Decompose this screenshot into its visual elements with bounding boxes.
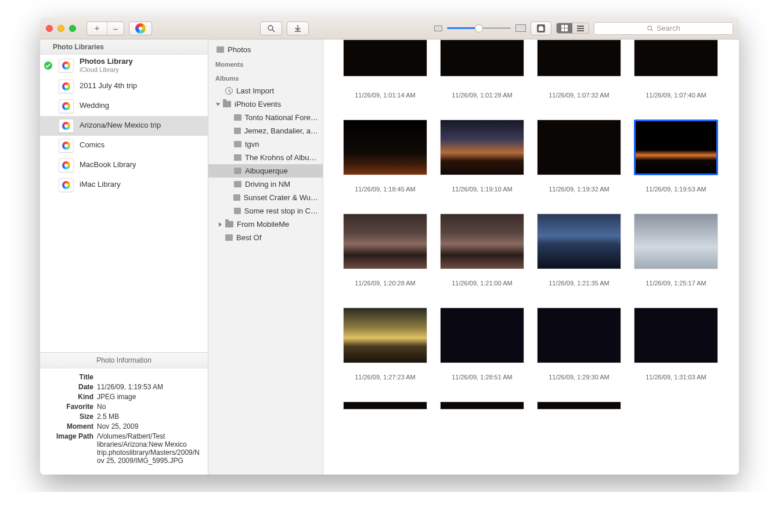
- library-button[interactable]: [129, 21, 152, 35]
- library-row[interactable]: Wedding: [40, 96, 208, 116]
- photo-info-panel: Photo Information TitleDate11/26/09, 1:1…: [40, 352, 208, 475]
- library-text: iMac Library: [80, 180, 121, 189]
- grid-view-button[interactable]: [557, 23, 572, 33]
- thumbnail-cell[interactable]: 11/26/09, 1:07:40 AM: [634, 39, 718, 99]
- zoom-slider[interactable]: [447, 27, 511, 29]
- thumbnail-cell[interactable]: 11/26/09, 1:31:03 AM: [634, 307, 718, 381]
- thumbnail-cell[interactable]: 11/26/09, 1:21:35 AM: [537, 213, 621, 287]
- thumbnail-cell[interactable]: 11/26/09, 1:29:30 AM: [537, 307, 621, 381]
- list-view-button[interactable]: [572, 23, 589, 33]
- event-label: Tonto National Fore…: [245, 113, 318, 122]
- thumbnail-cell[interactable]: 11/26/09, 1:21:00 AM: [440, 213, 524, 287]
- library-badge-icon: [59, 139, 74, 153]
- minimize-icon[interactable]: [57, 25, 64, 32]
- thumbnail-image[interactable]: [634, 213, 718, 269]
- event-item[interactable]: tgvn: [208, 137, 323, 151]
- thumbnail-cell[interactable]: [537, 401, 621, 410]
- best-of-album[interactable]: Best Of: [208, 231, 323, 244]
- thumbnail-cell[interactable]: 11/26/09, 1:19:32 AM: [537, 120, 621, 193]
- thumbnail-image[interactable]: [537, 120, 621, 175]
- thumbnail-image[interactable]: [537, 213, 621, 269]
- event-item[interactable]: Driving in NM: [208, 178, 323, 191]
- thumbnail-cell[interactable]: 11/26/09, 1:01:28 AM: [440, 39, 524, 99]
- event-item[interactable]: Tonto National Fore…: [208, 111, 323, 124]
- last-import[interactable]: Last Import: [208, 84, 323, 97]
- library-text: Wedding: [80, 102, 109, 110]
- iphoto-events-folder[interactable]: iPhoto Events: [208, 97, 323, 111]
- add-button[interactable]: ＋: [87, 22, 107, 35]
- thumbnail-cell[interactable]: [343, 401, 427, 410]
- library-badge-icon: [59, 119, 74, 133]
- magnifier-doc-icon: [266, 24, 276, 33]
- thumbnail-image[interactable]: [440, 39, 524, 77]
- search-field[interactable]: Search: [594, 22, 733, 35]
- thumbnail-image[interactable]: [343, 401, 427, 410]
- library-text: Comics: [80, 141, 104, 150]
- album-icon: [233, 194, 240, 201]
- thumbnail-cell[interactable]: 11/26/09, 1:01:14 AM: [343, 39, 427, 99]
- thumbnail-row: [343, 401, 728, 410]
- thumbnail-image[interactable]: [440, 213, 524, 269]
- thumbnail-cell[interactable]: 11/26/09, 1:27:23 AM: [343, 307, 427, 381]
- event-item[interactable]: Some rest stop in C…: [208, 204, 323, 218]
- thumbnail-image[interactable]: [440, 120, 524, 175]
- event-item[interactable]: Albuquerque: [208, 164, 323, 178]
- info-value: /Volumes/Ratbert/Test libraries/Arizona:…: [97, 432, 200, 465]
- thumbnail-cell[interactable]: 11/26/09, 1:28:51 AM: [440, 307, 524, 381]
- inspect-button[interactable]: [260, 21, 282, 35]
- thumbnail-cell[interactable]: 11/26/09, 1:07:32 AM: [537, 39, 621, 99]
- thumbnail-image[interactable]: [537, 307, 621, 363]
- thumbnail-image[interactable]: [440, 307, 524, 363]
- events-list: Tonto National Fore…Jemez, Bandalier, a……: [208, 111, 323, 218]
- library-text: Arizona/New Mexico trip: [80, 121, 161, 130]
- info-row: FavoriteNo: [48, 403, 200, 411]
- search-icon: [647, 25, 654, 32]
- thumbnail-image[interactable]: [634, 39, 718, 77]
- thumbnail-cell[interactable]: [440, 401, 524, 410]
- thumbnail-row: 11/26/09, 1:20:28 AM11/26/09, 1:21:00 AM…: [343, 213, 728, 287]
- source-photos[interactable]: Photos: [208, 43, 323, 56]
- thumbnail-cell[interactable]: 11/26/09, 1:19:53 AM: [634, 120, 718, 193]
- thumbnail-content[interactable]: 11/26/09, 1:01:14 AM11/26/09, 1:01:28 AM…: [323, 39, 739, 475]
- library-row[interactable]: Comics: [40, 136, 208, 155]
- thumbnail-timestamp: 11/26/09, 1:29:30 AM: [549, 374, 610, 381]
- disclosure-triangle-icon[interactable]: [216, 103, 221, 106]
- disclosure-triangle-icon[interactable]: [219, 222, 222, 227]
- library-row[interactable]: MacBook Library: [40, 155, 208, 175]
- event-item[interactable]: The Krohns of Albu…: [208, 151, 323, 164]
- moments-section[interactable]: Moments: [208, 56, 323, 70]
- library-row[interactable]: iMac Library: [40, 175, 208, 195]
- thumbnail-image[interactable]: [634, 120, 718, 175]
- library-name: Wedding: [80, 102, 109, 110]
- event-item[interactable]: Jemez, Bandalier, a…: [208, 124, 323, 137]
- thumbnail-row-grid: 11/26/09, 1:18:45 AM11/26/09, 1:19:10 AM…: [343, 120, 728, 193]
- thumbnail-image[interactable]: [634, 307, 718, 363]
- thumbnail-image[interactable]: [343, 213, 427, 269]
- thumbnail-image[interactable]: [440, 401, 524, 410]
- from-mobileme-folder[interactable]: From MobileMe: [208, 218, 323, 231]
- import-button[interactable]: [287, 21, 309, 35]
- library-text: Photos LibraryiCloud Library: [80, 57, 133, 74]
- thumbnail-cell[interactable]: 11/26/09, 1:19:10 AM: [440, 120, 524, 193]
- info-row: KindJPEG image: [48, 393, 200, 401]
- titlebar: ＋ –: [40, 17, 739, 39]
- info-row: Title: [48, 373, 200, 381]
- faces-button[interactable]: [531, 21, 551, 35]
- zoom-icon[interactable]: [69, 25, 76, 32]
- thumbnail-cell[interactable]: 11/26/09, 1:25:17 AM: [634, 213, 718, 287]
- thumbnail-image[interactable]: [343, 307, 427, 363]
- albums-section[interactable]: Albums: [208, 70, 323, 84]
- event-item[interactable]: Sunset Crater & Wu…: [208, 191, 323, 204]
- library-row[interactable]: Arizona/New Mexico trip: [40, 116, 208, 136]
- thumbnail-image[interactable]: [343, 39, 427, 77]
- thumbnail-cell[interactable]: 11/26/09, 1:20:28 AM: [343, 213, 427, 287]
- close-icon[interactable]: [46, 25, 53, 32]
- thumbnail-image[interactable]: [343, 120, 427, 175]
- library-row[interactable]: 2011 July 4th trip: [40, 77, 208, 96]
- thumbnail-image[interactable]: [537, 39, 621, 77]
- thumbnail-cell[interactable]: 11/26/09, 1:18:45 AM: [343, 120, 427, 193]
- library-row[interactable]: Photos LibraryiCloud Library: [40, 55, 208, 77]
- window-controls: [46, 25, 76, 32]
- thumbnail-image[interactable]: [537, 401, 621, 410]
- remove-button[interactable]: –: [107, 22, 124, 35]
